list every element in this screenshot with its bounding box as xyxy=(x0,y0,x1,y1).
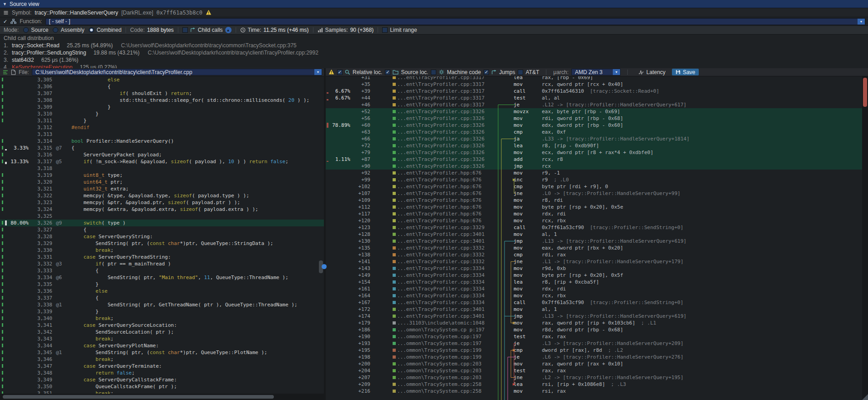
source-line[interactable]: 3,347 case ServerQueryTerminate: xyxy=(0,363,324,370)
line-number[interactable]: 3,331 xyxy=(31,254,52,260)
source-line[interactable]: 3,322 memcpy( &type, &payload.type, size… xyxy=(0,192,324,199)
asm-row[interactable]: +120...ent\TracyProfiler.hpp:676movrcx, … xyxy=(326,217,868,224)
asm-offset[interactable]: +99 xyxy=(350,176,370,183)
source-line[interactable]: 3,344 case ServerQueryPlotName: xyxy=(0,342,324,349)
toggle-relative-loc[interactable]: Relative loc. xyxy=(337,69,382,75)
line-number[interactable]: 3,346 xyxy=(31,356,52,363)
collapse-arrow-icon[interactable]: ▼ xyxy=(3,2,7,6)
latency-button[interactable]: Latency xyxy=(635,69,669,75)
asm-source-location[interactable]: ...ent\TracyProfiler.cpp:3334 xyxy=(397,292,493,299)
asm-offset[interactable]: +60 xyxy=(350,122,370,129)
child-calls-up-button[interactable]: ▲ xyxy=(225,27,232,33)
asm-source-location[interactable]: ...ent\TracyProfiler.cpp:3334 xyxy=(397,265,493,272)
asm-offset[interactable]: +102 xyxy=(350,183,370,190)
asm-offset[interactable]: +216 xyxy=(350,388,370,395)
radio-icon[interactable] xyxy=(89,27,94,33)
asm-source-location[interactable]: ...ommon\TracySystem.cpp:197 xyxy=(397,333,493,340)
asm-offset[interactable]: +130 xyxy=(350,238,370,245)
source-line[interactable]: 3,312#endif xyxy=(0,124,324,131)
line-number[interactable]: 3,334 xyxy=(31,274,52,281)
line-number[interactable]: 3,312 xyxy=(31,124,52,131)
asm-row[interactable]: +149...ent\TracyProfiler.cpp:3334movbyte… xyxy=(326,272,868,279)
asm-offset[interactable]: +195 xyxy=(350,347,370,354)
asm-offset[interactable]: +52 xyxy=(350,108,370,115)
function-check-icon[interactable]: ✓ xyxy=(3,19,7,25)
asm-source-location[interactable]: ...ent\TracyProfiler.cpp:3332 xyxy=(397,245,493,251)
asm-row[interactable]: 78.89%+60...ent\TracyProfiler.cpp:3326mo… xyxy=(326,122,868,129)
asm-row[interactable]: +193...ommon\TracySystem.cpp:197je.L3 ->… xyxy=(326,340,868,347)
line-number[interactable]: 3,318 xyxy=(31,165,52,172)
title-bar[interactable]: ▼ Source view xyxy=(0,0,868,8)
asm-source-location[interactable]: ...ommon\TracySystem.cpp:203 xyxy=(397,360,493,367)
line-number[interactable]: 3,327 xyxy=(31,226,52,233)
asm-source-location[interactable]: ...ent\TracyProfiler.cpp:3332 xyxy=(397,251,493,258)
toggle-machine-code[interactable]: Machine code xyxy=(431,69,481,75)
chevron-down-icon[interactable]: ▼ xyxy=(613,69,620,75)
asm-row[interactable]: +179....31103\include\atomic:1048movrax,… xyxy=(326,320,868,326)
line-number[interactable]: 3,311 xyxy=(31,117,52,124)
asm-source-location[interactable]: ...ent\TracyProfiler.hpp:676 xyxy=(397,210,493,217)
source-line[interactable]: 3,340 break; xyxy=(0,315,324,322)
source-line[interactable]: 3,333 { xyxy=(0,267,324,274)
line-number[interactable]: 3,351 xyxy=(31,390,52,394)
source-line[interactable]: 3,338@1 SendString( ptr, GetThreadName( … xyxy=(0,301,324,308)
source-line[interactable]: 3,319 uint8_t type; xyxy=(0,172,324,179)
relative-loc-checkbox[interactable] xyxy=(337,70,343,75)
asm-row[interactable]: +52...ent\TracyProfiler.cpp:3326movzxeax… xyxy=(326,108,868,115)
line-number[interactable]: 3,344 xyxy=(31,342,52,349)
asm-row[interactable]: 6.67%+44...ent\TracyProfiler.cpp:3317tes… xyxy=(326,95,868,101)
chevron-down-icon[interactable]: ▼ xyxy=(858,19,865,25)
asm-row[interactable]: +31...ent\TracyProfiler.cpp:3317learax, … xyxy=(326,76,868,81)
assembly-view[interactable]: +31...ent\TracyProfiler.cpp:3317learax, … xyxy=(326,76,868,400)
asm-row[interactable]: +66...ent\TracyProfiler.cpp:3326ja.L33 -… xyxy=(326,135,868,142)
source-line[interactable]: 3,314bool Profiler::HandleServerQuery() xyxy=(0,138,324,145)
line-number[interactable]: 3,341 xyxy=(31,322,52,329)
child-call-row[interactable]: 1.tracy::Socket::Read25.25 ms (54.89%)C:… xyxy=(0,42,868,49)
asm-source-location[interactable]: ...ent\TracyProfiler.hpp:676 xyxy=(397,176,493,183)
source-line[interactable]: 3,311 } xyxy=(0,117,324,124)
source-line[interactable]: 3,335 } xyxy=(0,281,324,288)
asm-offset[interactable]: +107 xyxy=(350,190,370,197)
source-line[interactable]: 3,330 break; xyxy=(0,247,324,254)
machine-code-checkbox[interactable] xyxy=(431,70,436,75)
asm-offset[interactable]: +204 xyxy=(350,367,370,374)
asm-row[interactable]: +128...ent\TracyProfiler.cpp:3401moval, … xyxy=(326,231,868,238)
source-lines-icon[interactable] xyxy=(3,70,8,75)
line-number[interactable]: 3,330 xyxy=(31,247,52,254)
asm-offset[interactable]: +141 xyxy=(350,258,370,265)
line-number[interactable]: 3,345 xyxy=(31,349,52,356)
uarch-combo[interactable]: AMD Zen 3 ▼ xyxy=(571,69,621,75)
resize-grip[interactable] xyxy=(862,394,868,400)
line-number[interactable]: 3,349 xyxy=(31,376,52,383)
asm-source-location[interactable]: ...ent\TracyProfiler.cpp:3317 xyxy=(397,95,493,101)
asm-source-location[interactable]: ...ommon\TracySystem.cpp:203 xyxy=(397,367,493,374)
source-line[interactable]: 3,329 SendString( ptr, (const char*)ptr,… xyxy=(0,240,324,247)
asm-source-location[interactable]: ...ent\TracyProfiler.hpp:676 xyxy=(397,217,493,224)
line-number[interactable]: 3,337 xyxy=(31,295,52,301)
mode-radio-assembly[interactable]: Assembly xyxy=(53,27,84,33)
source-line[interactable]: 3,306 { xyxy=(0,83,324,90)
source-line[interactable]: 3,316 ServerQueryPacket payload; xyxy=(0,151,324,158)
jumps-checkbox[interactable] xyxy=(484,70,489,75)
asm-offset[interactable]: +138 xyxy=(350,251,370,258)
document-icon[interactable] xyxy=(11,70,16,75)
asm-source-location[interactable]: ...ent\TracyProfiler.cpp:3317 xyxy=(397,101,493,108)
source-line[interactable]: 3,342 SendSourceLocation( ptr ); xyxy=(0,329,324,335)
asm-source-location[interactable]: ...ent\TracyProfiler.cpp:3326 xyxy=(397,156,493,163)
limit-range-checkbox[interactable] xyxy=(382,27,388,33)
asm-row[interactable]: 1.11%+87...ent\TracyProfiler.cpp:3326add… xyxy=(326,156,868,163)
source-line[interactable]: 3,334@6 SendString( ptr, "Main thread", … xyxy=(0,274,324,281)
asm-source-location[interactable]: ...ent\TracyProfiler.cpp:3401 xyxy=(397,313,493,320)
source-line[interactable]: 3,331 case ServerQueryThreadString: xyxy=(0,254,324,260)
asm-source-location[interactable]: ...ommon\TracySystem.cp p:197 xyxy=(397,326,493,333)
att-checkbox[interactable] xyxy=(518,70,523,75)
child-call-row[interactable]: 3.stat64i32625 μs (1.36%) xyxy=(0,56,868,64)
asm-row[interactable]: +92...ent\TracyProfiler.hpp:676movr9, -1 xyxy=(326,170,868,176)
asm-offset[interactable]: +44 xyxy=(350,95,370,101)
line-number[interactable]: 3,306 xyxy=(31,83,52,90)
asm-source-location[interactable]: ...ent\TracyProfiler.cpp:3326 xyxy=(397,115,493,122)
asm-row[interactable]: +102...ent\TracyProfiler.hpp:676cmpbyte … xyxy=(326,183,868,190)
asm-source-location[interactable]: ...ommon\TracySystem.cpp:197 xyxy=(397,340,493,347)
asm-row[interactable]: 6.67%+39...ent\TracyProfiler.cpp:3317cal… xyxy=(326,88,868,95)
asm-row[interactable]: +35...ent\TracyProfiler.cpp:3317movrcx, … xyxy=(326,81,868,88)
